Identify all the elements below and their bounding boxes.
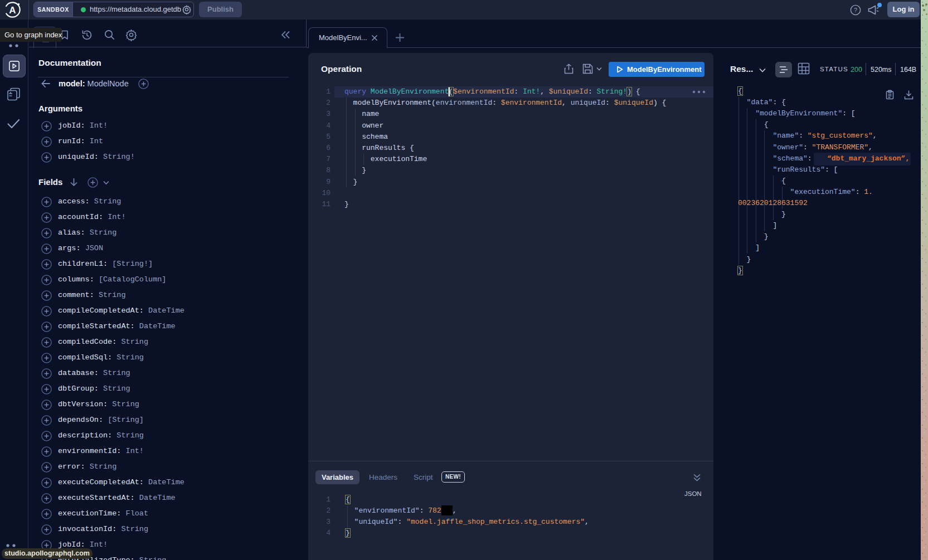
svg-text:?: ? — [854, 7, 857, 13]
svg-text:A: A — [9, 5, 16, 16]
